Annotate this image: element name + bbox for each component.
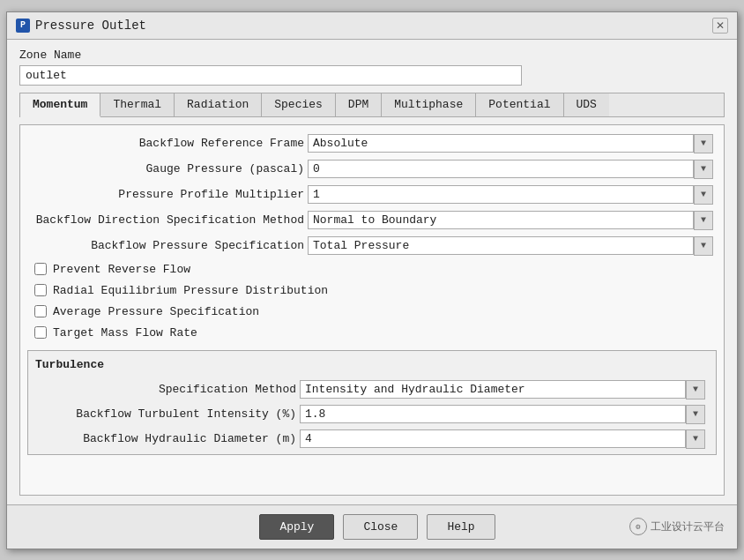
spec-method-label: Specification Method xyxy=(159,383,296,396)
target-mass-checkbox[interactable] xyxy=(34,326,47,339)
backflow-pressure-input[interactable] xyxy=(308,236,694,255)
watermark-text: 工业设计云平台 xyxy=(651,519,725,534)
pressure-outlet-dialog: P Pressure Outlet ✕ Zone Name Momentum T… xyxy=(6,11,738,549)
backflow-ref-frame-label: Backflow Reference Frame xyxy=(139,137,304,150)
prevent-reverse-row: Prevent Reverse Flow xyxy=(27,262,717,277)
watermark-icon: ⚙ xyxy=(629,518,647,535)
backflow-ref-frame-input[interactable] xyxy=(308,134,694,153)
diameter-label: Backflow Hydraulic Diameter (m) xyxy=(83,432,296,445)
help-button[interactable]: Help xyxy=(427,514,495,540)
spec-method-dropdown[interactable]: ▼ xyxy=(686,380,705,399)
dialog-title: Pressure Outlet xyxy=(35,19,146,33)
spec-method-wrap: ▼ xyxy=(300,380,705,399)
gauge-pressure-dropdown[interactable]: ▼ xyxy=(694,160,713,179)
intensity-wrap: ▼ xyxy=(300,405,705,424)
dialog-icon: P xyxy=(16,19,30,33)
gauge-pressure-label: Gauge Pressure (pascal) xyxy=(146,162,304,175)
backflow-pressure-label: Backflow Pressure Specification xyxy=(91,239,304,252)
footer-buttons: Apply Close Help xyxy=(125,514,629,540)
dialog-footer: Apply Close Help ⚙ 工业设计云平台 xyxy=(7,504,737,549)
close-button[interactable]: Close xyxy=(343,514,418,540)
tab-bar: Momentum Thermal Radiation Species DPM M… xyxy=(19,93,725,117)
pressure-profile-dropdown[interactable]: ▼ xyxy=(694,185,713,205)
tab-potential[interactable]: Potential xyxy=(476,93,563,116)
avg-pressure-label: Average Pressure Specification xyxy=(53,305,259,318)
tab-species[interactable]: Species xyxy=(262,93,336,116)
backflow-dir-input[interactable] xyxy=(308,211,694,229)
tab-dpm[interactable]: DPM xyxy=(336,93,382,116)
tab-radiation[interactable]: Radiation xyxy=(175,93,262,116)
spec-method-row: Specification Method ▼ xyxy=(35,380,709,399)
gauge-pressure-input[interactable] xyxy=(308,160,694,178)
spec-method-input[interactable] xyxy=(300,380,686,399)
prevent-reverse-checkbox[interactable] xyxy=(34,263,47,275)
radial-eq-checkbox[interactable] xyxy=(34,284,47,296)
backflow-dir-label: Backflow Direction Specification Method xyxy=(36,213,304,227)
backflow-pressure-row: Backflow Pressure Specification ▼ xyxy=(27,236,717,256)
turbulence-section: Turbulence Specification Method ▼ Backfl… xyxy=(27,350,717,455)
gauge-pressure-wrap: ▼ xyxy=(308,160,713,179)
zone-name-label: Zone Name xyxy=(19,49,725,62)
tab-uds[interactable]: UDS xyxy=(564,93,609,116)
close-icon[interactable]: ✕ xyxy=(712,18,728,34)
watermark: ⚙ 工业设计云平台 xyxy=(629,518,725,535)
diameter-input[interactable] xyxy=(300,429,686,448)
prevent-reverse-label: Prevent Reverse Flow xyxy=(53,263,190,276)
diameter-row: Backflow Hydraulic Diameter (m) ▼ xyxy=(35,429,709,449)
gauge-pressure-row: Gauge Pressure (pascal) ▼ xyxy=(27,160,717,179)
target-mass-row: Target Mass Flow Rate xyxy=(27,325,717,340)
title-bar-left: P Pressure Outlet xyxy=(16,19,146,33)
backflow-pressure-dropdown[interactable]: ▼ xyxy=(694,236,713,256)
intensity-dropdown[interactable]: ▼ xyxy=(686,405,705,424)
target-mass-label: Target Mass Flow Rate xyxy=(53,326,197,340)
diameter-dropdown[interactable]: ▼ xyxy=(686,429,705,449)
tab-momentum[interactable]: Momentum xyxy=(20,93,100,117)
tab-multiphase[interactable]: Multiphase xyxy=(382,93,476,116)
avg-pressure-row: Average Pressure Specification xyxy=(27,304,717,319)
apply-button[interactable]: Apply xyxy=(259,514,334,540)
momentum-content: Backflow Reference Frame ▼ Gauge Pressur… xyxy=(19,124,725,496)
tab-thermal[interactable]: Thermal xyxy=(100,93,175,116)
intensity-input[interactable] xyxy=(300,405,686,423)
pressure-profile-label: Pressure Profile Multiplier xyxy=(118,188,304,201)
turbulence-title: Turbulence xyxy=(35,356,709,375)
backflow-dir-row: Backflow Direction Specification Method … xyxy=(27,211,717,230)
radial-eq-row: Radial Equilibrium Pressure Distribution xyxy=(27,283,717,298)
intensity-row: Backflow Turbulent Intensity (%) ▼ xyxy=(35,405,709,424)
radial-eq-label: Radial Equilibrium Pressure Distribution xyxy=(53,284,328,297)
backflow-dir-wrap: ▼ xyxy=(308,211,713,230)
avg-pressure-checkbox[interactable] xyxy=(34,305,47,317)
backflow-pressure-wrap: ▼ xyxy=(308,236,713,256)
backflow-dir-dropdown[interactable]: ▼ xyxy=(694,211,713,230)
pressure-profile-input[interactable] xyxy=(308,185,694,204)
pressure-profile-wrap: ▼ xyxy=(308,185,713,205)
dialog-body: Zone Name Momentum Thermal Radiation Spe… xyxy=(7,40,737,504)
backflow-ref-frame-wrap: ▼ xyxy=(308,134,713,153)
diameter-wrap: ▼ xyxy=(300,429,705,449)
backflow-ref-frame-row: Backflow Reference Frame ▼ xyxy=(27,134,717,153)
intensity-label: Backflow Turbulent Intensity (%) xyxy=(76,407,296,421)
zone-name-input[interactable] xyxy=(19,65,522,86)
zone-name-section: Zone Name xyxy=(19,49,725,86)
title-bar: P Pressure Outlet ✕ xyxy=(7,12,737,40)
pressure-profile-row: Pressure Profile Multiplier ▼ xyxy=(27,185,717,205)
backflow-ref-frame-dropdown[interactable]: ▼ xyxy=(694,134,713,153)
